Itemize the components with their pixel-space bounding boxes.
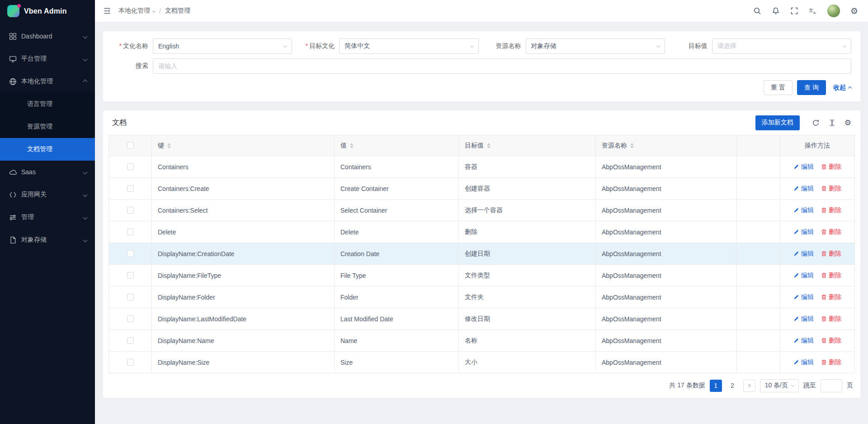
target-value-select[interactable]: 请选择 <box>712 38 851 54</box>
sort-icon[interactable] <box>350 143 354 148</box>
culture-name-label: *文化名称 <box>112 42 148 50</box>
edit-pencil-icon <box>793 186 799 191</box>
query-button[interactable]: 查 询 <box>797 80 826 95</box>
search-icon[interactable] <box>753 7 761 15</box>
table-row[interactable]: DisplayName:CreationDate Creation Date 创… <box>109 243 854 265</box>
refresh-icon[interactable] <box>812 119 820 127</box>
user-avatar[interactable] <box>827 5 840 17</box>
sort-icon[interactable] <box>630 143 634 148</box>
edit-button[interactable]: 编辑 <box>793 293 814 301</box>
table-row[interactable]: DisplayName:LastModifiedDate Last Modifi… <box>109 308 854 330</box>
submenu-label: 语言管理 <box>27 100 52 108</box>
edit-button[interactable]: 编辑 <box>793 272 814 280</box>
row-checkbox[interactable] <box>127 229 134 235</box>
row-checkbox[interactable] <box>127 207 134 214</box>
edit-button[interactable]: 编辑 <box>793 250 814 258</box>
page-content: *文化名称 English *目标文化 简体中文 资源名称 <box>95 22 868 424</box>
platform-icon <box>9 55 17 63</box>
table-row[interactable]: Containers:Create Create Container 创建容器 … <box>109 178 854 200</box>
table-row[interactable]: DisplayName:Name Name 名称 AbpOssManagemen… <box>109 330 854 352</box>
settings-gear-icon[interactable]: ⚙ <box>850 7 858 15</box>
cell-value: File Type <box>335 265 459 286</box>
delete-button[interactable]: 删除 <box>821 228 841 236</box>
page-button-1[interactable]: 1 <box>710 380 722 392</box>
fullscreen-icon[interactable] <box>790 7 798 15</box>
sidebar-item-saas[interactable]: Saas <box>0 161 95 183</box>
row-checkbox[interactable] <box>127 337 134 344</box>
delete-button[interactable]: 删除 <box>821 163 841 171</box>
sidebar-item-document-management[interactable]: 文档管理 <box>0 138 95 161</box>
sidebar-item-localization[interactable]: 本地化管理 <box>0 70 95 93</box>
edit-button[interactable]: 编辑 <box>793 185 814 193</box>
page-button-2[interactable]: 2 <box>726 380 739 392</box>
jump-page-input[interactable] <box>821 379 842 392</box>
sidebar-item-language-management[interactable]: 语言管理 <box>0 93 95 115</box>
column-header-key[interactable]: 键 <box>152 135 335 156</box>
delete-button[interactable]: 删除 <box>821 315 841 323</box>
column-header-resource[interactable]: 资源名称 <box>596 135 737 156</box>
sort-icon[interactable] <box>487 143 491 148</box>
table-row[interactable]: DisplayName:FileType File Type 文件类型 AbpO… <box>109 265 854 286</box>
chevron-up-icon <box>83 79 88 84</box>
edit-pencil-icon <box>793 338 799 343</box>
sidebar-item-object-storage[interactable]: 对象存储 <box>0 229 95 251</box>
culture-name-select[interactable]: English <box>153 38 292 54</box>
edit-button[interactable]: 编辑 <box>793 163 814 171</box>
column-height-icon[interactable] <box>828 119 836 127</box>
menu-fold-icon[interactable] <box>103 7 111 15</box>
notification-bell-icon[interactable] <box>772 7 780 15</box>
sidebar-item-gateway[interactable]: 应用网关 <box>0 183 95 206</box>
edit-button[interactable]: 编辑 <box>793 228 814 236</box>
edit-button[interactable]: 编辑 <box>793 337 814 345</box>
delete-button[interactable]: 删除 <box>821 272 841 280</box>
add-document-button[interactable]: 添加新文档 <box>755 115 800 130</box>
column-header-value[interactable]: 值 <box>335 135 459 156</box>
table-row[interactable]: DisplayName:Folder Folder 文件夹 AbpOssMana… <box>109 286 854 308</box>
select-value: 对象存储 <box>531 42 657 50</box>
collapse-link[interactable]: 收起 <box>833 84 851 92</box>
delete-button[interactable]: 删除 <box>821 293 841 301</box>
edit-label: 编辑 <box>801 206 814 214</box>
cell-empty <box>737 308 780 330</box>
row-checkbox[interactable] <box>127 185 134 192</box>
table-row[interactable]: Delete Delete 删除 AbpOssManagement 编辑 删除 <box>109 221 854 243</box>
sidebar-item-platform[interactable]: 平台管理 <box>0 48 95 70</box>
translate-icon[interactable]: 文A <box>809 7 817 15</box>
column-label: 目标值 <box>465 142 484 150</box>
page-size-select[interactable]: 10 条/页 <box>760 379 799 392</box>
delete-button[interactable]: 删除 <box>821 358 841 367</box>
sidebar-item-resource-management[interactable]: 资源管理 <box>0 115 95 138</box>
edit-button[interactable]: 编辑 <box>793 206 814 214</box>
select-all-checkbox[interactable] <box>127 142 134 149</box>
sidebar-item-management[interactable]: 管理 <box>0 206 95 229</box>
breadcrumb-label: 本地化管理 <box>118 7 150 15</box>
row-checkbox[interactable] <box>127 250 134 257</box>
row-checkbox[interactable] <box>127 163 134 170</box>
edit-button[interactable]: 编辑 <box>793 315 814 323</box>
row-checkbox[interactable] <box>127 272 134 279</box>
row-checkbox[interactable] <box>127 294 134 300</box>
target-culture-select[interactable]: 简体中文 <box>339 38 478 54</box>
sort-icon[interactable] <box>167 143 171 148</box>
delete-button[interactable]: 删除 <box>821 185 841 193</box>
reset-button[interactable]: 重 置 <box>764 80 793 95</box>
app-logo[interactable]: Vben Admin <box>0 0 95 22</box>
row-checkbox[interactable] <box>127 315 134 322</box>
breadcrumb-item-localization[interactable]: 本地化管理 <box>118 7 155 15</box>
svg-text:文: 文 <box>809 8 813 13</box>
table-row[interactable]: Containers Containers 容器 AbpOssManagemen… <box>109 156 854 178</box>
table-row[interactable]: DisplayName:Size Size 大小 AbpOssManagemen… <box>109 352 854 373</box>
table-settings-icon[interactable]: ⚙ <box>844 119 851 127</box>
delete-button[interactable]: 删除 <box>821 337 841 345</box>
delete-button[interactable]: 删除 <box>821 206 841 214</box>
resource-name-select[interactable]: 对象存储 <box>526 38 665 54</box>
search-input[interactable] <box>153 58 851 74</box>
sidebar-item-dashboard[interactable]: Dashboard <box>0 25 95 48</box>
table-row[interactable]: Containers:Select Select Container 选择一个容… <box>109 200 854 221</box>
delete-button[interactable]: 删除 <box>821 250 841 258</box>
edit-button[interactable]: 编辑 <box>793 358 814 367</box>
column-header-target[interactable]: 目标值 <box>459 135 596 156</box>
row-checkbox[interactable] <box>127 359 134 366</box>
next-page-button[interactable] <box>743 380 755 392</box>
submenu-label: 文档管理 <box>27 145 52 153</box>
